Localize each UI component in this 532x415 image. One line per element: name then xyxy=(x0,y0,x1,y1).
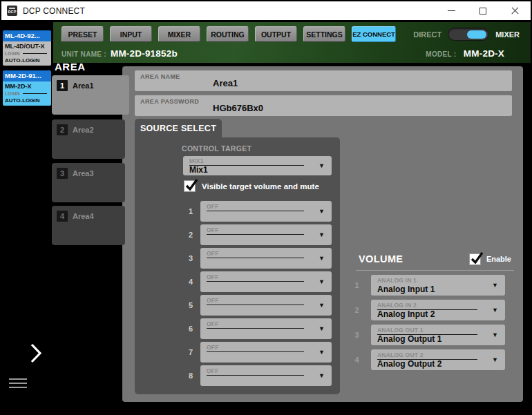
source-dropdown-7[interactable]: OFF ▼ xyxy=(200,342,332,363)
routing-button[interactable]: ROUTING xyxy=(207,26,249,42)
chevron-down-icon: ▼ xyxy=(319,302,325,309)
area-tab-4[interactable]: 4 Area4 xyxy=(52,206,125,245)
source-dropdown-5[interactable]: OFF ▼ xyxy=(200,295,332,316)
maximize-icon xyxy=(479,8,486,15)
source-row: 7 OFF ▼ xyxy=(135,342,340,363)
chevron-down-icon: ▼ xyxy=(319,372,325,379)
area-password-value: HGb676Bx0 xyxy=(213,103,263,113)
chevron-down-icon: ▼ xyxy=(319,162,325,169)
close-button[interactable] xyxy=(499,1,531,20)
chevron-down-icon: ▼ xyxy=(492,356,498,363)
ez-connect-button[interactable]: EZ CONNECT xyxy=(352,26,396,42)
source-row: 2 OFF ▼ xyxy=(135,224,340,245)
area-tab-1[interactable]: 1 Area1 xyxy=(52,75,129,115)
chevron-down-icon: ▼ xyxy=(492,331,498,338)
dropdown-param: ANALOG IN 1 xyxy=(377,277,417,284)
volume-row: 1 ANALOG IN 1 Analog Input 1 ▼ xyxy=(350,275,514,296)
volume-divider xyxy=(356,270,514,271)
window-controls xyxy=(435,1,531,20)
header-bar: PRESET INPUT MIXER ROUTING OUTPUT SETTIN… xyxy=(53,22,531,63)
volume-row: 3 ANALOG OUT 1 Analog Output 1 ▼ xyxy=(350,325,514,345)
device-model: ML-4D/OUT-X xyxy=(5,43,49,50)
toggle-knob xyxy=(467,30,486,39)
volume-dropdown-3[interactable]: ANALOG OUT 1 Analog Output 1 ▼ xyxy=(371,325,505,345)
area-password-field[interactable]: AREA PASSWORD HGb676Bx0 xyxy=(135,95,512,116)
dropdown-divider xyxy=(207,234,304,235)
preset-button[interactable]: PRESET xyxy=(61,26,104,42)
login-line xyxy=(23,93,47,94)
unit-name-value: MM-2D-91852b xyxy=(111,48,178,59)
control-target-dropdown[interactable]: MIX1 Mix1 ▼ xyxy=(183,156,332,175)
device-login-label: LOGIN xyxy=(5,91,20,96)
mixer-button[interactable]: MIXER xyxy=(158,26,200,42)
dropdown-value: Analog Input 1 xyxy=(377,284,435,294)
device-body: MM-2D-X LOGIN AUTO-LOGIN xyxy=(3,81,51,106)
input-button[interactable]: INPUT xyxy=(110,26,152,42)
device-login-label: LOGIN xyxy=(5,51,20,56)
volume-enable-checkbox[interactable] xyxy=(469,253,481,265)
chevron-down-icon: ▼ xyxy=(319,325,325,332)
area-tab-3[interactable]: 3 Area3 xyxy=(52,163,125,202)
model-group: MODEL : MM-2D-X xyxy=(426,47,504,59)
dropdown-param: ANALOG OUT 1 xyxy=(377,327,424,334)
mixer-mode-label: MIXER xyxy=(495,30,520,39)
chevron-down-icon: ▼ xyxy=(319,278,325,285)
source-dropdown-3[interactable]: OFF ▼ xyxy=(200,248,332,269)
visible-target-checkbox[interactable] xyxy=(184,180,196,192)
menu-button[interactable] xyxy=(9,378,27,391)
chevron-down-icon: ▼ xyxy=(319,208,325,215)
nav-row: PRESET INPUT MIXER ROUTING OUTPUT SETTIN… xyxy=(53,22,531,44)
device-login-row: LOGIN xyxy=(5,51,49,56)
area-tab-2[interactable]: 2 Area2 xyxy=(52,119,125,159)
expand-sidebar-button[interactable] xyxy=(29,342,44,367)
source-row-number: 4 xyxy=(135,278,193,286)
visible-target-row: Visible target volume and mute xyxy=(184,180,319,192)
settings-button[interactable]: SETTINGS xyxy=(303,26,345,42)
volume-row-number: 4 xyxy=(350,356,363,364)
model-value: MM-2D-X xyxy=(464,48,504,59)
dropdown-param: OFF xyxy=(207,226,219,233)
area-tab-label: Area3 xyxy=(73,169,94,177)
source-row-number: 2 xyxy=(135,231,193,239)
source-dropdown-1[interactable]: OFF ▼ xyxy=(200,201,332,222)
maximize-button[interactable] xyxy=(467,1,499,20)
dropdown-divider xyxy=(207,351,304,352)
app-logo-text: DCP xyxy=(8,10,16,14)
volume-rows: 1 ANALOG IN 1 Analog Input 1 ▼ 2 ANALOG … xyxy=(350,275,514,370)
area-tab-number: 3 xyxy=(57,168,68,179)
control-target-label: CONTROL TARGET xyxy=(182,144,251,153)
device-card-ml4d[interactable]: ML-4D-92... ML-4D/OUT-X LOGIN AUTO-LOGIN xyxy=(3,30,51,66)
area-section-title: AREA xyxy=(55,61,86,73)
chevron-down-icon: ▼ xyxy=(492,307,498,313)
source-row-number: 5 xyxy=(135,301,193,309)
device-login-row: LOGIN xyxy=(5,91,49,96)
minimize-button[interactable] xyxy=(435,1,467,20)
source-dropdown-6[interactable]: OFF ▼ xyxy=(200,318,332,339)
source-dropdown-4[interactable]: OFF ▼ xyxy=(200,271,332,292)
source-row-number: 7 xyxy=(135,348,193,356)
device-header: ML-4D-92... xyxy=(3,30,51,41)
volume-dropdown-1[interactable]: ANALOG IN 1 Analog Input 1 ▼ xyxy=(371,275,505,296)
device-card-mm2d[interactable]: MM-2D-91... MM-2D-X LOGIN AUTO-LOGIN xyxy=(3,70,51,106)
output-button[interactable]: OUTPUT xyxy=(255,26,297,42)
source-dropdown-8[interactable]: OFF ▼ xyxy=(200,365,332,386)
volume-header: VOLUME Enable xyxy=(350,250,514,268)
source-row: 4 OFF ▼ xyxy=(135,271,340,292)
source-dropdown-2[interactable]: OFF ▼ xyxy=(200,224,332,245)
direct-mixer-toggle[interactable] xyxy=(448,28,489,41)
volume-dropdown-2[interactable]: ANALOG IN 2 Analog Input 2 ▼ xyxy=(371,300,505,320)
device-auto-login: AUTO-LOGIN xyxy=(5,97,49,104)
close-icon xyxy=(511,7,519,15)
window-title: DCP CONNECT xyxy=(23,6,85,16)
dropdown-param: OFF xyxy=(207,203,219,210)
dropdown-divider xyxy=(207,211,304,211)
dropdown-value: Analog Input 2 xyxy=(377,309,435,319)
dropdown-param: MIX1 xyxy=(189,157,204,164)
area-name-field[interactable]: AREA NAME Area1 xyxy=(135,70,512,91)
area-detail-panel: AREA NAME Area1 AREA PASSWORD HGb676Bx0 … xyxy=(122,66,523,402)
dropdown-divider xyxy=(207,375,304,376)
source-rows: 1 OFF ▼ 2 OFF ▼ xyxy=(135,201,340,386)
volume-dropdown-4[interactable]: ANALOG OUT 2 Analog Output 2 ▼ xyxy=(371,349,505,370)
device-header: MM-2D-91... xyxy=(3,70,51,81)
chevron-down-icon: ▼ xyxy=(319,231,325,238)
